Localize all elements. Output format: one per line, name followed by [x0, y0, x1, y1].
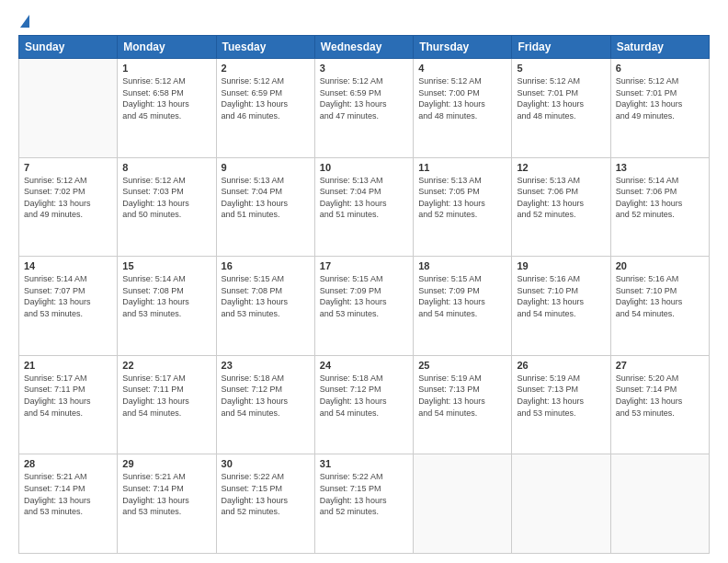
calendar-cell: 7Sunrise: 5:12 AM Sunset: 7:02 PM Daylig… [19, 157, 118, 257]
day-number: 18 [418, 260, 506, 271]
calendar-cell: 2Sunrise: 5:12 AM Sunset: 6:59 PM Daylig… [216, 59, 314, 158]
day-info: Sunrise: 5:14 AM Sunset: 7:08 PM Dayligh… [122, 273, 210, 319]
calendar-cell: 6Sunrise: 5:12 AM Sunset: 7:01 PM Daylig… [610, 59, 709, 158]
day-number: 23 [222, 360, 310, 371]
calendar-cell: 24Sunrise: 5:18 AM Sunset: 7:12 PM Dayli… [314, 355, 413, 454]
calendar-cell: 13Sunrise: 5:14 AM Sunset: 7:06 PM Dayli… [610, 157, 709, 257]
day-number: 12 [517, 162, 605, 173]
calendar-cell: 10Sunrise: 5:13 AM Sunset: 7:04 PM Dayli… [314, 157, 413, 257]
calendar-cell: 28Sunrise: 5:21 AM Sunset: 7:14 PM Dayli… [19, 454, 118, 554]
day-info: Sunrise: 5:18 AM Sunset: 7:12 PM Dayligh… [222, 373, 310, 419]
day-info: Sunrise: 5:19 AM Sunset: 7:13 PM Dayligh… [418, 373, 506, 419]
calendar-header-friday: Friday [512, 36, 610, 59]
calendar-header-row: SundayMondayTuesdayWednesdayThursdayFrid… [19, 36, 710, 59]
day-number: 4 [418, 63, 506, 74]
day-number: 31 [320, 458, 408, 469]
day-info: Sunrise: 5:17 AM Sunset: 7:11 PM Dayligh… [122, 373, 210, 419]
logo [18, 15, 29, 29]
day-info: Sunrise: 5:21 AM Sunset: 7:14 PM Dayligh… [122, 471, 210, 517]
calendar-cell: 17Sunrise: 5:15 AM Sunset: 7:09 PM Dayli… [314, 257, 413, 356]
calendar-cell: 11Sunrise: 5:13 AM Sunset: 7:05 PM Dayli… [414, 157, 512, 257]
day-info: Sunrise: 5:12 AM Sunset: 6:59 PM Dayligh… [320, 75, 408, 121]
calendar-table: SundayMondayTuesdayWednesdayThursdayFrid… [18, 35, 710, 554]
calendar-cell: 23Sunrise: 5:18 AM Sunset: 7:12 PM Dayli… [216, 355, 314, 454]
calendar-week-3: 14Sunrise: 5:14 AM Sunset: 7:07 PM Dayli… [19, 257, 710, 356]
calendar-cell: 12Sunrise: 5:13 AM Sunset: 7:06 PM Dayli… [512, 157, 610, 257]
calendar-cell: 27Sunrise: 5:20 AM Sunset: 7:14 PM Dayli… [610, 355, 709, 454]
calendar-cell: 1Sunrise: 5:12 AM Sunset: 6:58 PM Daylig… [118, 59, 216, 158]
calendar-header-saturday: Saturday [610, 36, 709, 59]
day-info: Sunrise: 5:13 AM Sunset: 7:04 PM Dayligh… [222, 175, 310, 221]
calendar-cell: 9Sunrise: 5:13 AM Sunset: 7:04 PM Daylig… [216, 157, 314, 257]
calendar-cell: 29Sunrise: 5:21 AM Sunset: 7:14 PM Dayli… [118, 454, 216, 554]
header [18, 15, 710, 29]
day-info: Sunrise: 5:12 AM Sunset: 7:03 PM Dayligh… [122, 175, 210, 221]
day-info: Sunrise: 5:20 AM Sunset: 7:14 PM Dayligh… [616, 373, 704, 419]
day-number: 8 [122, 162, 210, 173]
calendar-header-thursday: Thursday [414, 36, 512, 59]
calendar-cell: 5Sunrise: 5:12 AM Sunset: 7:01 PM Daylig… [512, 59, 610, 158]
calendar-cell: 20Sunrise: 5:16 AM Sunset: 7:10 PM Dayli… [610, 257, 709, 356]
calendar-cell: 8Sunrise: 5:12 AM Sunset: 7:03 PM Daylig… [118, 157, 216, 257]
day-number: 26 [517, 360, 605, 371]
day-info: Sunrise: 5:15 AM Sunset: 7:08 PM Dayligh… [222, 273, 310, 319]
calendar-cell [610, 454, 709, 554]
calendar-week-2: 7Sunrise: 5:12 AM Sunset: 7:02 PM Daylig… [19, 157, 710, 257]
day-info: Sunrise: 5:12 AM Sunset: 7:02 PM Dayligh… [24, 175, 112, 221]
calendar-cell: 21Sunrise: 5:17 AM Sunset: 7:11 PM Dayli… [19, 355, 118, 454]
day-info: Sunrise: 5:14 AM Sunset: 7:06 PM Dayligh… [616, 175, 704, 221]
calendar-cell: 26Sunrise: 5:19 AM Sunset: 7:13 PM Dayli… [512, 355, 610, 454]
day-number: 24 [320, 360, 408, 371]
day-number: 6 [616, 63, 704, 74]
calendar-header-sunday: Sunday [19, 36, 118, 59]
calendar-cell: 30Sunrise: 5:22 AM Sunset: 7:15 PM Dayli… [216, 454, 314, 554]
calendar-cell: 25Sunrise: 5:19 AM Sunset: 7:13 PM Dayli… [414, 355, 512, 454]
day-number: 28 [24, 458, 112, 469]
day-info: Sunrise: 5:19 AM Sunset: 7:13 PM Dayligh… [517, 373, 605, 419]
day-info: Sunrise: 5:12 AM Sunset: 7:01 PM Dayligh… [517, 75, 605, 121]
day-info: Sunrise: 5:14 AM Sunset: 7:07 PM Dayligh… [24, 273, 112, 319]
day-number: 7 [24, 162, 112, 173]
calendar-cell [19, 59, 118, 158]
calendar-cell [414, 454, 512, 554]
day-info: Sunrise: 5:16 AM Sunset: 7:10 PM Dayligh… [616, 273, 704, 319]
day-info: Sunrise: 5:13 AM Sunset: 7:05 PM Dayligh… [418, 175, 506, 221]
calendar-cell: 18Sunrise: 5:15 AM Sunset: 7:09 PM Dayli… [414, 257, 512, 356]
calendar-cell [512, 454, 610, 554]
day-number: 25 [418, 360, 506, 371]
day-number: 2 [222, 63, 310, 74]
logo-triangle-icon [20, 15, 29, 28]
calendar-cell: 3Sunrise: 5:12 AM Sunset: 6:59 PM Daylig… [314, 59, 413, 158]
calendar-header-monday: Monday [118, 36, 216, 59]
day-info: Sunrise: 5:12 AM Sunset: 6:59 PM Dayligh… [222, 75, 310, 121]
day-number: 22 [122, 360, 210, 371]
day-number: 1 [122, 63, 210, 74]
day-info: Sunrise: 5:22 AM Sunset: 7:15 PM Dayligh… [222, 471, 310, 517]
day-info: Sunrise: 5:13 AM Sunset: 7:06 PM Dayligh… [517, 175, 605, 221]
day-number: 9 [222, 162, 310, 173]
day-number: 21 [24, 360, 112, 371]
day-number: 16 [222, 260, 310, 271]
day-info: Sunrise: 5:22 AM Sunset: 7:15 PM Dayligh… [320, 471, 408, 517]
day-info: Sunrise: 5:17 AM Sunset: 7:11 PM Dayligh… [24, 373, 112, 419]
day-info: Sunrise: 5:21 AM Sunset: 7:14 PM Dayligh… [24, 471, 112, 517]
day-number: 3 [320, 63, 408, 74]
day-number: 19 [517, 260, 605, 271]
day-info: Sunrise: 5:18 AM Sunset: 7:12 PM Dayligh… [320, 373, 408, 419]
day-info: Sunrise: 5:15 AM Sunset: 7:09 PM Dayligh… [320, 273, 408, 319]
day-info: Sunrise: 5:12 AM Sunset: 6:58 PM Dayligh… [122, 75, 210, 121]
day-number: 11 [418, 162, 506, 173]
day-info: Sunrise: 5:15 AM Sunset: 7:09 PM Dayligh… [418, 273, 506, 319]
day-number: 14 [24, 260, 112, 271]
calendar-week-1: 1Sunrise: 5:12 AM Sunset: 6:58 PM Daylig… [19, 59, 710, 158]
calendar-cell: 16Sunrise: 5:15 AM Sunset: 7:08 PM Dayli… [216, 257, 314, 356]
calendar-cell: 19Sunrise: 5:16 AM Sunset: 7:10 PM Dayli… [512, 257, 610, 356]
day-number: 13 [616, 162, 704, 173]
calendar-cell: 4Sunrise: 5:12 AM Sunset: 7:00 PM Daylig… [414, 59, 512, 158]
day-number: 29 [122, 458, 210, 469]
calendar-cell: 31Sunrise: 5:22 AM Sunset: 7:15 PM Dayli… [314, 454, 413, 554]
page: SundayMondayTuesdayWednesdayThursdayFrid… [0, 0, 728, 563]
day-info: Sunrise: 5:12 AM Sunset: 7:01 PM Dayligh… [616, 75, 704, 121]
day-info: Sunrise: 5:13 AM Sunset: 7:04 PM Dayligh… [320, 175, 408, 221]
day-number: 10 [320, 162, 408, 173]
